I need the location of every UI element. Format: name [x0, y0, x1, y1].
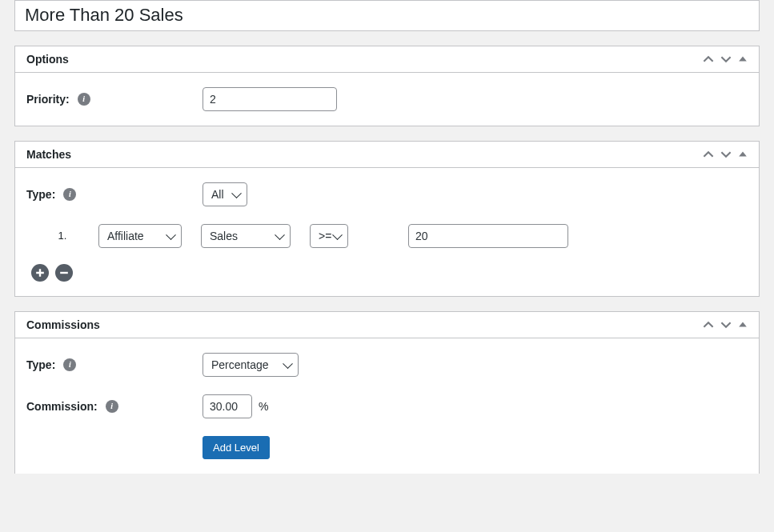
commission-type-label: Type: i	[26, 358, 203, 371]
commissions-header-controls	[703, 319, 748, 330]
condition-operator-select[interactable]: >=	[310, 224, 348, 248]
collapse-icon[interactable]	[738, 320, 748, 330]
options-panel-header: Options	[15, 46, 759, 73]
options-header-controls	[703, 54, 748, 65]
match-type-label: Type: i	[26, 188, 203, 201]
commission-label-text: Commission:	[26, 400, 98, 413]
add-condition-button[interactable]	[31, 264, 49, 282]
move-up-icon[interactable]	[703, 149, 714, 160]
commission-suffix: %	[259, 400, 268, 413]
matches-header-controls	[703, 149, 748, 160]
commission-value-input[interactable]	[203, 394, 252, 418]
commission-label: Commission: i	[26, 400, 203, 413]
move-down-icon[interactable]	[720, 319, 732, 330]
matches-panel: Matches Type: i All 1. Affiliate Sales	[14, 141, 760, 297]
options-panel-body: Priority: i	[15, 73, 759, 126]
commissions-panel-header: Commissions	[15, 312, 759, 338]
condition-actions	[31, 264, 748, 282]
rule-title-input[interactable]: More Than 20 Sales	[14, 0, 760, 31]
move-down-icon[interactable]	[720, 54, 732, 65]
remove-condition-button[interactable]	[55, 264, 73, 282]
info-icon[interactable]: i	[63, 188, 76, 201]
info-icon[interactable]: i	[106, 400, 118, 413]
match-type-label-text: Type:	[26, 188, 55, 201]
info-icon[interactable]: i	[78, 93, 90, 106]
match-type-value: All	[211, 188, 224, 201]
move-up-icon[interactable]	[703, 54, 714, 65]
condition-index: 1.	[26, 230, 98, 242]
condition-metric-select[interactable]: Sales	[201, 224, 291, 248]
options-heading: Options	[26, 53, 69, 66]
collapse-icon[interactable]	[738, 54, 748, 64]
matches-heading: Matches	[26, 148, 71, 161]
condition-value-input[interactable]	[408, 224, 568, 248]
commissions-panel: Commissions Type: i Percentage Commissio…	[14, 311, 760, 474]
options-panel: Options Priority: i	[14, 46, 760, 126]
matches-panel-header: Matches	[15, 142, 759, 168]
priority-label-text: Priority:	[26, 93, 70, 106]
commissions-panel-body: Type: i Percentage Commission: i % Add L…	[15, 338, 759, 474]
add-level-button[interactable]: Add Level	[203, 436, 270, 459]
condition-subject-value: Affiliate	[107, 230, 144, 242]
commissions-heading: Commissions	[26, 318, 100, 331]
matches-panel-body: Type: i All 1. Affiliate Sales >=	[15, 168, 759, 296]
commission-type-select[interactable]: Percentage	[203, 353, 299, 377]
move-down-icon[interactable]	[720, 149, 732, 160]
condition-metric-value: Sales	[210, 230, 238, 242]
commission-type-value: Percentage	[211, 358, 269, 371]
info-icon[interactable]: i	[63, 358, 76, 371]
priority-label: Priority: i	[26, 93, 203, 106]
condition-subject-select[interactable]: Affiliate	[98, 224, 182, 248]
condition-row: 1. Affiliate Sales >=	[26, 224, 748, 248]
condition-operator-value: >=	[319, 230, 331, 242]
commission-type-label-text: Type:	[26, 358, 55, 371]
move-up-icon[interactable]	[703, 319, 714, 330]
match-type-select[interactable]: All	[203, 182, 247, 206]
priority-input[interactable]	[203, 87, 337, 111]
collapse-icon[interactable]	[738, 150, 748, 159]
